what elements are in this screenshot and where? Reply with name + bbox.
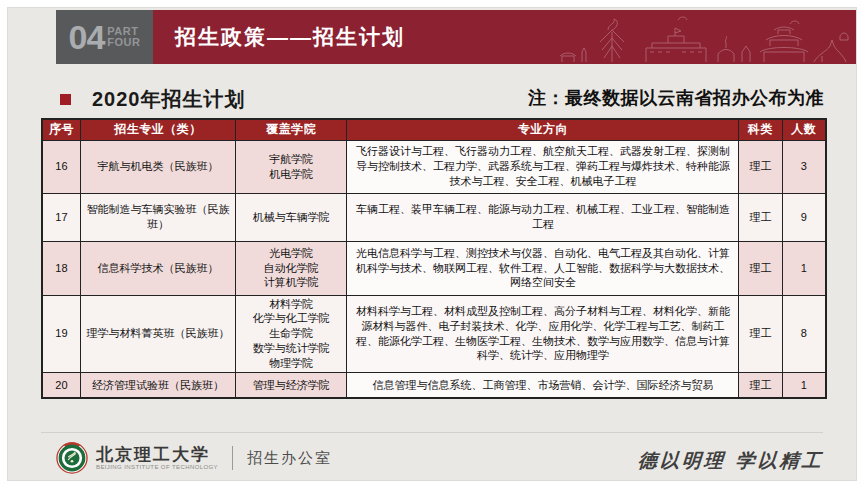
city-skyline-illustration bbox=[560, 12, 850, 64]
cell-directions: 信息管理与信息系统、工商管理、市场营销、会计学、国际经济与贸易 bbox=[347, 372, 739, 398]
cell-directions: 光电信息科学与工程、测控技术与仪器、自动化、电气工程及其自动化、计算机科学与技术… bbox=[347, 241, 739, 295]
cell-count: 8 bbox=[782, 295, 826, 372]
vertical-divider bbox=[232, 446, 233, 470]
section-title: 2020年招生计划 bbox=[92, 86, 246, 113]
cell-no: 16 bbox=[42, 140, 80, 193]
cell-count: 9 bbox=[782, 193, 826, 241]
university-name-block: 北京理工大学 BEIJING INSTITUTE OF TECHNOLOGY bbox=[96, 446, 218, 470]
footer: 北京理工大学 BEIJING INSTITUTE OF TECHNOLOGY 招… bbox=[56, 442, 828, 476]
section-header: 2020年招生计划 注：最终数据以云南省招办公布为准 bbox=[56, 84, 828, 116]
cell-colleges: 管理与经济学院 bbox=[236, 372, 347, 398]
slide: 04 PART FOUR 招生政策——招生计划 bbox=[7, 7, 857, 481]
column-header-count: 人数 bbox=[782, 119, 826, 140]
cell-major: 信息科学技术（民族班） bbox=[80, 241, 235, 295]
column-header-directions: 专业方向 bbox=[347, 119, 739, 140]
cell-category: 理工 bbox=[739, 295, 782, 372]
cell-directions: 飞行器设计与工程、飞行器动力工程、航空航天工程、武器发射工程、探测制导与控制技术… bbox=[347, 140, 739, 193]
bit-logo-icon bbox=[56, 442, 88, 474]
column-header-colleges: 覆盖学院 bbox=[236, 119, 347, 140]
top-band: 04 PART FOUR 招生政策——招生计划 bbox=[56, 10, 856, 64]
university-motto: 德以明理 学以精工 bbox=[637, 448, 824, 474]
part-label: PART FOUR bbox=[107, 26, 140, 48]
university-brand: 北京理工大学 BEIJING INSTITUTE OF TECHNOLOGY 招… bbox=[56, 442, 332, 474]
part-word-2: FOUR bbox=[107, 37, 140, 48]
red-square-bullet-icon bbox=[60, 94, 71, 105]
cell-count: 1 bbox=[782, 372, 826, 398]
cell-colleges: 光电学院 自动化学院 计算机学院 bbox=[236, 241, 347, 295]
cell-no: 18 bbox=[42, 241, 80, 295]
admissions-office-label: 招生办公室 bbox=[247, 449, 332, 468]
table-row: 20 经济管理试验班（民族班） 管理与经济学院 信息管理与信息系统、工商管理、市… bbox=[42, 372, 826, 398]
column-header-no: 序号 bbox=[42, 119, 80, 140]
cell-colleges: 材料学院 化学与化工学院 生命学院 数学与统计学院 物理学院 bbox=[236, 295, 347, 372]
cell-major: 宇航与机电类（民族班） bbox=[80, 140, 235, 193]
cell-category: 理工 bbox=[739, 372, 782, 398]
section-note: 注：最终数据以云南省招办公布为准 bbox=[528, 86, 824, 110]
cell-colleges: 机械与车辆学院 bbox=[236, 193, 347, 241]
cell-count: 1 bbox=[782, 241, 826, 295]
cell-no: 20 bbox=[42, 372, 80, 398]
cell-category: 理工 bbox=[739, 241, 782, 295]
part-number: 04 bbox=[69, 18, 105, 57]
part-number-box: 04 PART FOUR bbox=[56, 10, 153, 64]
university-name-en: BEIJING INSTITUTE OF TECHNOLOGY bbox=[96, 464, 218, 470]
table-row: 16 宇航与机电类（民族班） 宇航学院 机电学院 飞行器设计与工程、飞行器动力工… bbox=[42, 140, 826, 193]
table-row: 18 信息科学技术（民族班） 光电学院 自动化学院 计算机学院 光电信息科学与工… bbox=[42, 241, 826, 295]
footer-divider bbox=[41, 432, 823, 433]
column-header-major: 招生专业（类） bbox=[80, 119, 235, 140]
cell-directions: 材料科学与工程、材料成型及控制工程、高分子材料与工程、材料化学、新能源材料与器件… bbox=[347, 295, 739, 372]
cell-directions: 车辆工程、装甲车辆工程、能源与动力工程、机械工程、工业工程、智能制造工程 bbox=[347, 193, 739, 241]
column-header-category: 科类 bbox=[739, 119, 782, 140]
cell-colleges: 宇航学院 机电学院 bbox=[236, 140, 347, 193]
slide-title: 招生政策——招生计划 bbox=[153, 23, 405, 51]
title-band: 招生政策——招生计划 bbox=[153, 10, 856, 64]
cell-major: 智能制造与车辆实验班（民族班） bbox=[80, 193, 235, 241]
cell-category: 理工 bbox=[739, 193, 782, 241]
cell-major: 经济管理试验班（民族班） bbox=[80, 372, 235, 398]
cell-no: 19 bbox=[42, 295, 80, 372]
table-row: 17 智能制造与车辆实验班（民族班） 机械与车辆学院 车辆工程、装甲车辆工程、能… bbox=[42, 193, 826, 241]
table-header-row: 序号 招生专业（类） 覆盖学院 专业方向 科类 人数 bbox=[42, 119, 826, 140]
cell-category: 理工 bbox=[739, 140, 782, 193]
cell-no: 17 bbox=[42, 193, 80, 241]
cell-count: 3 bbox=[782, 140, 826, 193]
enrollment-plan-table: 序号 招生专业（类） 覆盖学院 专业方向 科类 人数 16 宇航与机电类（民族班… bbox=[41, 118, 827, 399]
cell-major: 理学与材料菁英班（民族班） bbox=[80, 295, 235, 372]
table-row: 19 理学与材料菁英班（民族班） 材料学院 化学与化工学院 生命学院 数学与统计… bbox=[42, 295, 826, 372]
university-name-cn: 北京理工大学 bbox=[96, 446, 218, 464]
